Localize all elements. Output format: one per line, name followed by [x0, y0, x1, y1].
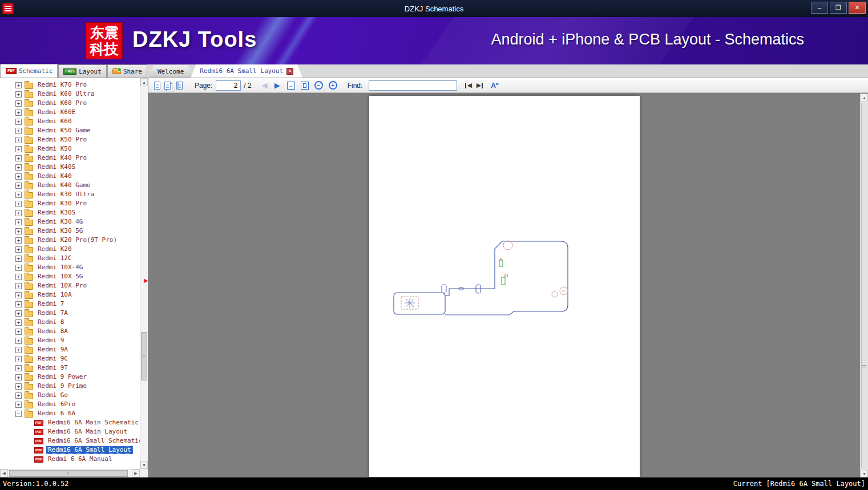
tree-folder-row[interactable]: +Redmi K40 Pro — [0, 153, 140, 163]
expand-toggle-icon[interactable]: + — [15, 292, 22, 298]
expand-toggle-icon[interactable]: + — [15, 310, 22, 317]
tree-folder-row[interactable]: +Redmi K60 Pro — [0, 99, 140, 108]
expand-toggle-icon[interactable]: + — [15, 210, 22, 216]
tree-folder-row[interactable]: +Redmi K30 Ultra — [0, 190, 140, 199]
expand-toggle-icon[interactable]: + — [15, 164, 22, 171]
expand-toggle-icon[interactable]: + — [15, 374, 22, 380]
tree-document-row[interactable]: PDFRedmi6 6A Main Layout — [0, 427, 140, 436]
expand-toggle-icon[interactable]: + — [15, 183, 22, 189]
expand-toggle-icon[interactable]: + — [15, 192, 22, 198]
expand-toggle-icon[interactable]: + — [15, 146, 22, 152]
expand-toggle-icon[interactable]: + — [15, 100, 22, 107]
tree-folder-row[interactable]: +Redmi 7A — [0, 309, 140, 318]
scrollbar-thumb[interactable] — [861, 103, 867, 468]
expand-toggle-icon[interactable]: − — [15, 411, 22, 417]
expand-toggle-icon[interactable]: + — [15, 110, 22, 116]
expand-toggle-icon[interactable]: + — [15, 219, 22, 225]
tree-folder-row[interactable]: +Redmi 9 — [0, 336, 140, 345]
tab-share[interactable]: Share — [107, 64, 147, 78]
tab-layout[interactable]: PADS Layout — [58, 64, 107, 78]
tree-folder-row[interactable]: +Redmi K50 Pro — [0, 135, 140, 144]
two-page-icon[interactable] — [164, 82, 171, 90]
tree-folder-row[interactable]: +Redmi 9 Power — [0, 372, 140, 382]
book-view-icon[interactable] — [176, 82, 183, 90]
tree-document-row[interactable]: PDFRedmi6 6A Small Schematic — [0, 436, 140, 446]
expand-toggle-icon[interactable]: + — [15, 155, 22, 161]
expand-toggle-icon[interactable]: + — [15, 228, 22, 234]
case-sensitive-icon[interactable]: Aa — [491, 81, 498, 90]
expand-toggle-icon[interactable]: + — [15, 265, 22, 271]
maximize-button[interactable]: ❐ — [830, 2, 847, 14]
scroll-left-icon[interactable]: ◀ — [0, 469, 8, 477]
tree-folder-row[interactable]: +Redmi K60 — [0, 117, 140, 126]
sidebar-vertical-scrollbar[interactable]: ▲ ▼ — [140, 78, 148, 469]
tab-schematic[interactable]: PDF Schematic — [1, 64, 58, 78]
splitter-collapse-icon[interactable]: ▶ — [144, 277, 148, 284]
scroll-down-icon[interactable]: ▼ — [140, 461, 148, 469]
expand-toggle-icon[interactable]: + — [15, 82, 22, 88]
tree-folder-row[interactable]: +Redmi K60E — [0, 108, 140, 117]
single-page-icon[interactable] — [154, 82, 160, 90]
tree-folder-row[interactable]: +Redmi K30 4G — [0, 217, 140, 226]
expand-toggle-icon[interactable]: + — [15, 283, 22, 289]
find-input[interactable] — [369, 80, 457, 91]
tree-folder-row[interactable]: +Redmi K40 — [0, 172, 140, 181]
tree-folder-row[interactable]: +Redmi K40 Game — [0, 181, 140, 190]
zoom-in-icon[interactable]: + — [329, 81, 337, 90]
tree-folder-row[interactable]: +Redmi K40S — [0, 163, 140, 172]
scroll-right-icon[interactable]: ▶ — [132, 469, 140, 477]
minimize-button[interactable]: – — [811, 2, 828, 14]
tree-folder-row[interactable]: +Redmi 9T — [0, 363, 140, 372]
tree-folder-row[interactable]: +Redmi 8 — [0, 318, 140, 327]
expand-toggle-icon[interactable]: + — [15, 246, 22, 253]
tree-folder-row[interactable]: +Redmi K70 Pro — [0, 80, 140, 90]
sidebar-horizontal-scrollbar[interactable]: ◀ ▶ — [0, 469, 140, 477]
close-button[interactable]: ✕ — [849, 2, 866, 14]
expand-toggle-icon[interactable]: + — [15, 128, 22, 134]
tab-welcome[interactable]: Welcome — [148, 65, 193, 78]
expand-toggle-icon[interactable]: + — [15, 137, 22, 143]
tree-folder-row[interactable]: +Redmi K20 — [0, 245, 140, 254]
tree-folder-row[interactable]: +Redmi 9 Prime — [0, 382, 140, 391]
expand-toggle-icon[interactable]: + — [15, 338, 22, 344]
expand-toggle-icon[interactable]: + — [15, 256, 22, 262]
expand-toggle-icon[interactable]: + — [15, 319, 22, 326]
tree-folder-row[interactable]: +Redmi 6Pro — [0, 400, 140, 409]
tree-folder-row[interactable]: +Redmi 10X-5G — [0, 272, 140, 281]
expand-toggle-icon[interactable]: + — [15, 274, 22, 280]
tree-folder-row[interactable]: +Redmi 10A — [0, 290, 140, 299]
tree-folder-row[interactable]: +Redmi K50 — [0, 144, 140, 153]
tree-folder-row[interactable]: +Redmi K20 Pro(9T Pro) — [0, 236, 140, 245]
tree-folder-row[interactable]: +Redmi K30 Pro — [0, 199, 140, 208]
expand-toggle-icon[interactable]: + — [15, 201, 22, 207]
tree-folder-row[interactable]: +Redmi K30S — [0, 208, 140, 217]
next-page-icon[interactable]: ▶ — [274, 82, 280, 89]
expand-toggle-icon[interactable]: + — [15, 383, 22, 390]
tree-folder-row[interactable]: +Redmi 8A — [0, 327, 140, 336]
scrollbar-thumb[interactable] — [9, 470, 128, 477]
expand-toggle-icon[interactable]: + — [15, 237, 22, 244]
expand-toggle-icon[interactable]: + — [15, 173, 22, 180]
tree-folder-row[interactable]: +Redmi K30 5G — [0, 226, 140, 236]
tree-folder-row[interactable]: +Redmi Go — [0, 391, 140, 400]
zoom-out-icon[interactable]: − — [314, 81, 323, 90]
tree-folder-row[interactable]: +Redmi 9A — [0, 345, 140, 354]
scroll-up-icon[interactable]: ▲ — [140, 78, 148, 86]
expand-toggle-icon[interactable]: + — [15, 356, 22, 362]
tree-document-row[interactable]: PDFRedmi 6 6A Manual — [0, 455, 140, 464]
expand-toggle-icon[interactable]: + — [15, 301, 22, 307]
tree-folder-row[interactable]: +Redmi 9C — [0, 354, 140, 363]
tree-folder-row[interactable]: +Redmi 10X-4G — [0, 263, 140, 272]
expand-toggle-icon[interactable]: + — [15, 91, 22, 98]
document-canvas[interactable]: ▲ ▼ — [148, 94, 868, 477]
tree-folder-row[interactable]: +Redmi 10X-Pro — [0, 281, 140, 290]
tree-document-row[interactable]: PDFRedmi6 6A Small Layout — [0, 446, 140, 455]
tree-folder-row[interactable]: +Redmi K60 Ultra — [0, 90, 140, 99]
scroll-down-icon[interactable]: ▼ — [861, 469, 868, 477]
tree-folder-row[interactable]: −Redmi 6 6A — [0, 409, 140, 418]
scroll-up-icon[interactable]: ▲ — [861, 94, 868, 102]
fit-width-icon[interactable]: ↔ — [287, 82, 295, 90]
prev-page-icon[interactable]: ◀ — [262, 82, 268, 89]
expand-toggle-icon[interactable]: + — [15, 347, 22, 353]
expand-toggle-icon[interactable]: + — [15, 402, 22, 408]
